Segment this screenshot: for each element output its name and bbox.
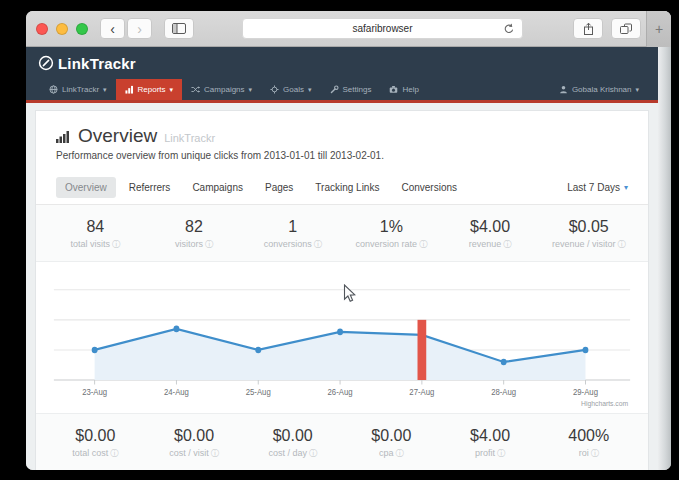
tab-referrers[interactable]: Referrers: [120, 177, 180, 198]
svg-text:27-Aug: 27-Aug: [409, 387, 434, 398]
minimize-window-button[interactable]: [56, 23, 68, 35]
shuffle-icon: [191, 85, 200, 94]
menu-item-help[interactable]: Help: [380, 79, 427, 100]
caret-down-icon: ▾: [624, 183, 628, 192]
stat-label: visitorsⓘ: [145, 239, 244, 250]
stat-cost-per-day: $0.00 cost / dayⓘ: [243, 427, 342, 459]
stat-conversion-rate: 1% conversion rateⓘ: [342, 218, 441, 250]
app-navbar: LinkTrackr: [26, 47, 658, 79]
info-icon[interactable]: ⓘ: [503, 240, 511, 249]
browser-back-button[interactable]: ‹: [100, 18, 125, 39]
report-tabs: Overview Referrers Campaigns Pages Track…: [36, 177, 648, 205]
linktrackr-brand[interactable]: LinkTrackr: [38, 55, 136, 72]
stat-value: $0.00: [46, 427, 145, 445]
browser-forward-button[interactable]: ›: [127, 18, 152, 39]
stat-label-text: revenue / visitor: [552, 239, 616, 249]
stat-value: $0.05: [539, 218, 638, 236]
stat-revenue: $4.00 revenueⓘ: [441, 218, 540, 250]
address-bar[interactable]: safaribrowser: [242, 18, 523, 39]
page-title: Overview: [78, 125, 157, 147]
tab-campaigns[interactable]: Campaigns: [183, 177, 252, 198]
menu-item-reports[interactable]: Reports ▾: [116, 79, 183, 100]
stat-revenue-per-visitor: $0.05 revenue / visitorⓘ: [539, 218, 638, 250]
sidebar-toggle-button[interactable]: [164, 18, 194, 39]
stat-label: cost / dayⓘ: [243, 448, 342, 459]
menu-item-label: LinkTrackr: [62, 85, 99, 94]
overview-card: Overview LinkTrackr Performance overview…: [35, 110, 649, 470]
mouse-cursor: [343, 284, 356, 303]
scrollbar-gutter: [658, 47, 671, 470]
svg-text:29-Aug: 29-Aug: [573, 387, 598, 398]
stat-label-text: conversions: [264, 239, 312, 249]
linktrackr-logo-icon: [38, 55, 54, 71]
new-tab-button[interactable]: +: [646, 11, 671, 47]
menu-item-label: Help: [402, 85, 418, 94]
svg-text:26-Aug: 26-Aug: [328, 387, 353, 398]
stat-value: $0.00: [145, 427, 244, 445]
info-icon[interactable]: ⓘ: [110, 449, 118, 458]
page-title-suffix: LinkTrackr: [164, 132, 215, 144]
stat-profit: $4.00 profitⓘ: [441, 427, 540, 459]
caret-down-icon: ▾: [308, 86, 312, 94]
info-icon[interactable]: ⓘ: [419, 240, 427, 249]
menu-item-label: Settings: [343, 85, 372, 94]
stat-label: roiⓘ: [539, 448, 638, 459]
info-icon[interactable]: ⓘ: [617, 240, 625, 249]
web-page: LinkTrackr LinkTrackr ▾: [26, 47, 658, 470]
stat-label: cost / visitⓘ: [145, 448, 244, 459]
safari-window: ‹ › safaribrowser: [26, 11, 671, 470]
stat-label-text: profit: [475, 448, 495, 458]
menu-item-goals[interactable]: Goals ▾: [261, 79, 320, 100]
svg-text:Highcharts.com: Highcharts.com: [581, 399, 628, 409]
tab-tracking-links[interactable]: Tracking Links: [306, 177, 388, 198]
overview-chart[interactable]: 23-Aug24-Aug25-Aug26-Aug27-Aug28-Aug29-A…: [36, 262, 648, 413]
signal-bars-icon: [56, 130, 71, 143]
stat-label: cpaⓘ: [342, 448, 441, 459]
info-icon[interactable]: ⓘ: [205, 240, 213, 249]
date-range-selector[interactable]: Last 7 Days ▾: [567, 182, 628, 193]
tab-conversions[interactable]: Conversions: [392, 177, 466, 198]
info-icon[interactable]: ⓘ: [591, 449, 599, 458]
zoom-window-button[interactable]: [76, 23, 88, 35]
stat-label: conversionsⓘ: [243, 239, 342, 250]
stat-value: $0.00: [342, 427, 441, 445]
user-menu[interactable]: Gobala Krishnan ▾: [550, 79, 648, 100]
close-window-button[interactable]: [36, 23, 48, 35]
stat-label-text: cost / day: [268, 448, 307, 458]
stats-row-top: 84 total visitsⓘ 82 visitorsⓘ 1 conversi…: [36, 205, 648, 262]
overview-chart-canvas[interactable]: 23-Aug24-Aug25-Aug26-Aug27-Aug28-Aug29-A…: [50, 270, 634, 413]
share-button[interactable]: [573, 18, 603, 39]
menu-item-label: Campaigns: [204, 85, 244, 94]
info-icon[interactable]: ⓘ: [309, 449, 317, 458]
show-tabs-button[interactable]: [611, 18, 641, 39]
menu-item-settings[interactable]: Settings: [321, 79, 381, 100]
target-icon: [270, 85, 279, 94]
info-icon[interactable]: ⓘ: [497, 449, 505, 458]
stat-value: $4.00: [441, 427, 540, 445]
info-icon[interactable]: ⓘ: [112, 240, 120, 249]
traffic-lights: [36, 23, 88, 35]
stat-label-text: visitors: [175, 239, 203, 249]
tab-overview[interactable]: Overview: [56, 177, 116, 198]
svg-text:23-Aug: 23-Aug: [82, 387, 107, 398]
svg-text:28-Aug: 28-Aug: [491, 387, 516, 398]
page-subtitle: Performance overview from unique clicks …: [56, 150, 628, 161]
tab-pages[interactable]: Pages: [256, 177, 302, 198]
stat-total-cost: $0.00 total costⓘ: [46, 427, 145, 459]
stat-label-text: conversion rate: [356, 239, 418, 249]
stat-total-visits: 84 total visitsⓘ: [46, 218, 145, 250]
stat-visitors: 82 visitorsⓘ: [145, 218, 244, 250]
stat-label-text: revenue: [469, 239, 502, 249]
menu-item-campaigns[interactable]: Campaigns ▾: [182, 79, 261, 100]
wrench-icon: [330, 85, 339, 94]
info-icon[interactable]: ⓘ: [314, 240, 322, 249]
menu-item-linktrackr[interactable]: LinkTrackr ▾: [40, 79, 116, 100]
refresh-icon[interactable]: [503, 23, 515, 35]
share-icon: [582, 22, 595, 36]
stat-value: 1: [243, 218, 342, 236]
caret-down-icon: ▾: [103, 86, 107, 94]
info-icon[interactable]: ⓘ: [396, 449, 404, 458]
browser-titlebar: ‹ › safaribrowser: [26, 11, 671, 47]
info-icon[interactable]: ⓘ: [211, 449, 219, 458]
stat-value: 1%: [342, 218, 441, 236]
